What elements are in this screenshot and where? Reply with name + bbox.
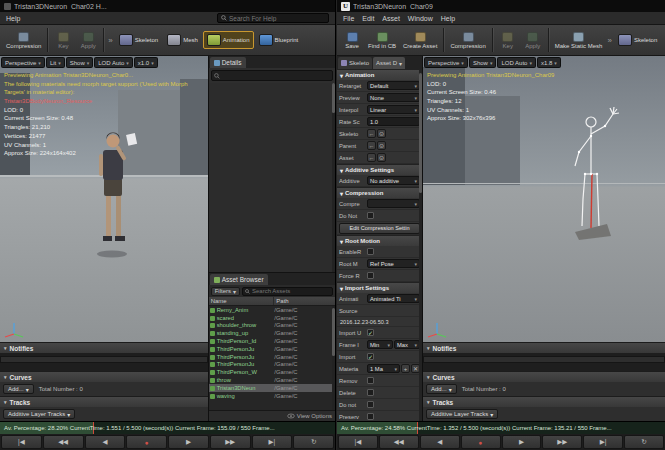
asset-row[interactable]: waving/Game/C bbox=[209, 392, 335, 400]
asset-row[interactable]: ThirdPerson_Id/Game/C bbox=[209, 337, 335, 345]
root-motion-lock-dropdown[interactable]: Ref Pose▾ bbox=[367, 259, 420, 268]
asset-row-selected[interactable]: Tristan3DNeun/Game/C bbox=[209, 384, 335, 392]
use-selected-asset-icon[interactable]: ← bbox=[367, 153, 376, 162]
tab-skeleton-tree[interactable]: Skeleto bbox=[338, 57, 372, 69]
to-front-button[interactable]: |◀ bbox=[1, 435, 42, 449]
enable-root-motion-checkbox[interactable] bbox=[367, 248, 374, 255]
playback-speed-button[interactable]: x1.8▾ bbox=[537, 57, 561, 68]
additive-layer-tracks-button[interactable]: Additive Layer Tracks▾ bbox=[3, 409, 75, 419]
notifies-header[interactable]: ▾Notifies bbox=[0, 342, 208, 353]
play-reverse-button[interactable]: ◀ bbox=[85, 435, 126, 449]
filters-button[interactable]: Filters▾ bbox=[211, 287, 240, 296]
notifies-header[interactable]: ▾Notifies bbox=[423, 342, 665, 353]
lit-button[interactable]: Lit▾ bbox=[46, 57, 65, 68]
to-end-button[interactable]: ▶| bbox=[583, 435, 623, 449]
notify-track-strip[interactable] bbox=[423, 356, 665, 363]
save-button[interactable]: Save bbox=[340, 30, 364, 51]
menu-window[interactable]: Window bbox=[408, 15, 433, 22]
left-titlebar[interactable]: Tristan3DNeuron_Char02 H... bbox=[0, 0, 335, 12]
mode-tab-skeleton[interactable]: Skeleton bbox=[614, 31, 661, 49]
edit-compression-settings-button[interactable]: Edit Compression Settin bbox=[339, 223, 420, 234]
asset-row[interactable]: ThirdPersonJu/Game/C bbox=[209, 361, 335, 369]
help-search-input[interactable] bbox=[229, 15, 325, 22]
lod-button[interactable]: LOD Auto▾ bbox=[94, 57, 133, 68]
mode-tab-animation[interactable]: Animation bbox=[203, 31, 254, 49]
asset-row[interactable]: ThirdPersonJu/Game/C bbox=[209, 345, 335, 353]
playback-speed-button[interactable]: x1.0▾ bbox=[134, 57, 158, 68]
asset-details-scrollbar[interactable] bbox=[419, 69, 422, 421]
key-button[interactable]: Key bbox=[496, 30, 520, 51]
step-forward-button[interactable]: ▶▶ bbox=[542, 435, 582, 449]
menu-file[interactable]: File bbox=[343, 15, 354, 22]
step-backward-button[interactable]: ◀◀ bbox=[379, 435, 419, 449]
column-header-path[interactable]: Path bbox=[274, 297, 335, 305]
perspective-button[interactable]: Perspective▾ bbox=[424, 57, 468, 68]
menu-asset[interactable]: Asset bbox=[382, 15, 400, 22]
left-3d-viewport[interactable]: Perspective▾ Lit▾ Show▾ LOD Auto▾ x1.0▾ … bbox=[0, 56, 208, 342]
to-end-button[interactable]: ▶| bbox=[252, 435, 293, 449]
asset-search-input[interactable] bbox=[252, 288, 330, 294]
mode-tab-skeleton[interactable]: Skeleton bbox=[115, 31, 162, 49]
perspective-button[interactable]: Perspective▾ bbox=[1, 57, 45, 68]
tracks-header[interactable]: ▾Tracks bbox=[423, 396, 665, 407]
asset-search[interactable] bbox=[242, 287, 333, 296]
step-forward-button[interactable]: ▶▶ bbox=[210, 435, 251, 449]
import-custom-attribute-checkbox[interactable]: ✓ bbox=[367, 353, 374, 360]
find-in-cb-button[interactable]: Find in CB bbox=[365, 30, 399, 51]
mode-tab-blueprint[interactable]: Blueprint bbox=[255, 31, 303, 49]
remove-redundant-keys-checkbox[interactable] bbox=[367, 377, 374, 384]
make-static-mesh-button[interactable]: Make Static Mesh bbox=[552, 30, 606, 51]
right-titlebar[interactable]: U Tristan3DNeuron_Char09 bbox=[337, 0, 665, 12]
details-search[interactable] bbox=[211, 70, 333, 81]
preview-skeleton-figure[interactable] bbox=[561, 104, 625, 264]
loop-button[interactable]: ↻ bbox=[624, 435, 664, 449]
details-scrollbar[interactable] bbox=[332, 83, 335, 272]
tracks-header[interactable]: ▾Tracks bbox=[0, 396, 208, 407]
play-reverse-button[interactable]: ◀ bbox=[420, 435, 460, 449]
menu-help[interactable]: Help bbox=[6, 15, 20, 22]
loop-button[interactable]: ↻ bbox=[293, 435, 334, 449]
show-button[interactable]: Show▾ bbox=[469, 57, 497, 68]
menu-edit[interactable]: Edit bbox=[362, 15, 374, 22]
browse-to-asset-icon[interactable]: ⊙ bbox=[377, 153, 386, 162]
lod-button[interactable]: LOD Auto▾ bbox=[497, 57, 536, 68]
animation-length-dropdown[interactable]: Animated Ti▾ bbox=[367, 294, 420, 303]
curves-header[interactable]: ▾Curves bbox=[0, 371, 208, 382]
interpolation-dropdown[interactable]: Linear▾ bbox=[367, 105, 420, 114]
add-curve-button[interactable]: Add...▾ bbox=[426, 384, 457, 394]
use-selected-asset-icon[interactable]: ← bbox=[367, 141, 376, 150]
section-root-motion[interactable]: ▾Root Motion bbox=[337, 235, 422, 246]
do-not-import-curve-checkbox[interactable] bbox=[367, 401, 374, 408]
compression-scheme-dropdown[interactable]: ▾ bbox=[367, 199, 420, 208]
notifies-track[interactable] bbox=[0, 353, 208, 371]
show-button[interactable]: Show▾ bbox=[66, 57, 94, 68]
help-search[interactable] bbox=[217, 13, 329, 23]
preview-pose-dropdown[interactable]: None▾ bbox=[367, 93, 420, 102]
section-animation[interactable]: ▾Animation bbox=[337, 69, 422, 80]
menu-help[interactable]: Help bbox=[441, 15, 455, 22]
do-not-override-checkbox[interactable] bbox=[367, 212, 374, 219]
asset-row[interactable]: ThirdPerson_W/Game/C bbox=[209, 368, 335, 376]
mode-tab-mesh[interactable]: Mesh bbox=[163, 31, 202, 49]
right-3d-viewport[interactable]: Perspective▾ Show▾ LOD Auto▾ x1.8▾ Previ… bbox=[423, 56, 665, 342]
section-additive-settings[interactable]: ▾Additive Settings bbox=[337, 164, 422, 175]
compression-button[interactable]: Compression bbox=[3, 30, 44, 51]
apply-button[interactable]: Apply bbox=[521, 30, 545, 51]
material-curve-dropdown[interactable]: 1 Ma▾ bbox=[367, 364, 400, 373]
section-compression[interactable]: ▾Compression bbox=[337, 187, 422, 198]
tab-details[interactable]: Details bbox=[210, 57, 246, 68]
frame-range-max-dropdown[interactable]: Max▾ bbox=[394, 340, 420, 349]
toolbar-overflow-icon[interactable]: » bbox=[606, 36, 612, 45]
column-header-name[interactable]: Name bbox=[209, 297, 275, 305]
compression-button[interactable]: Compression bbox=[447, 30, 488, 51]
tab-asset-browser[interactable]: Asset Browser bbox=[210, 274, 268, 285]
asset-list-scrollbar[interactable] bbox=[332, 306, 335, 410]
notifies-track[interactable] bbox=[423, 353, 665, 371]
additive-anim-type-dropdown[interactable]: No additive▾ bbox=[367, 176, 420, 185]
tab-asset-details[interactable]: Asset D ▾ bbox=[373, 57, 405, 69]
rate-scale-input[interactable]: 1.0 bbox=[367, 117, 420, 126]
record-button[interactable]: ● bbox=[126, 435, 167, 449]
frame-range-min-dropdown[interactable]: Min▾ bbox=[367, 340, 393, 349]
browse-to-asset-icon[interactable]: ⊙ bbox=[377, 129, 386, 138]
toolbar-overflow-icon[interactable]: » bbox=[107, 36, 113, 45]
